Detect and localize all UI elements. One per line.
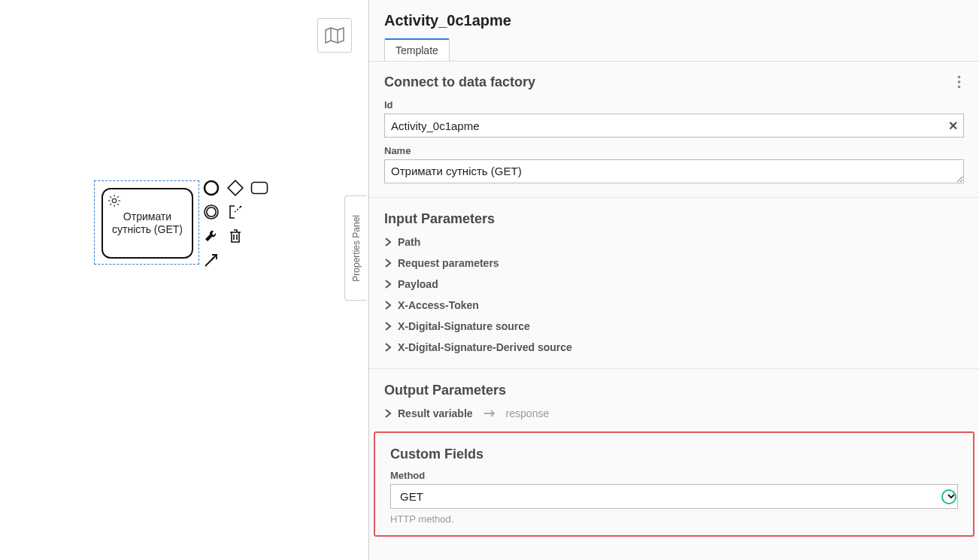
custom-fields-highlight: Custom Fields Method GET HTTP method. xyxy=(374,431,974,537)
method-select[interactable]: GET xyxy=(390,484,958,509)
svg-point-15 xyxy=(958,76,961,79)
svg-point-13 xyxy=(207,207,216,216)
input-param-request[interactable]: Request parameters xyxy=(384,253,964,274)
gear-icon xyxy=(108,194,121,207)
append-intermediate-event-icon[interactable] xyxy=(202,202,221,222)
input-param-payload[interactable]: Payload xyxy=(384,274,964,295)
output-param-result[interactable]: Result variable response xyxy=(384,403,964,424)
input-param-dsig-derived[interactable]: X-Digital-Signature-Derived source xyxy=(384,337,964,358)
input-param-dsig-source[interactable]: X-Digital-Signature source xyxy=(384,316,964,337)
svg-line-7 xyxy=(110,204,111,205)
svg-rect-10 xyxy=(228,180,243,195)
selection-outline: Отримати сутність (GET) xyxy=(94,180,199,265)
input-param-access-token[interactable]: X-Access-Token xyxy=(384,295,964,316)
group-general-heading: Connect to data factory xyxy=(384,74,535,90)
connect-icon[interactable] xyxy=(202,250,221,270)
clear-id-icon[interactable]: ✕ xyxy=(948,119,958,133)
output-parameters-heading: Output Parameters xyxy=(384,383,964,398)
annotation-icon[interactable] xyxy=(226,202,245,222)
diagram-canvas[interactable]: Отримати сутність (GET) xyxy=(0,0,368,560)
context-palette xyxy=(202,178,277,274)
method-label: Method xyxy=(390,470,958,481)
output-param-value: response xyxy=(506,407,550,419)
wrench-icon[interactable] xyxy=(202,226,221,246)
id-input[interactable] xyxy=(384,114,964,138)
svg-line-5 xyxy=(110,196,111,198)
minimap-button[interactable] xyxy=(317,18,352,53)
id-label: Id xyxy=(384,99,964,110)
svg-line-8 xyxy=(117,196,119,198)
svg-line-6 xyxy=(117,204,119,205)
svg-point-17 xyxy=(958,86,961,89)
custom-fields-heading: Custom Fields xyxy=(390,446,958,462)
map-icon xyxy=(325,27,344,44)
arrow-right-icon xyxy=(483,410,496,417)
properties-panel-label: Properties Panel xyxy=(351,215,362,282)
element-title: Activity_0c1apme xyxy=(384,12,964,29)
svg-rect-11 xyxy=(252,183,268,194)
method-help: HTTP method. xyxy=(390,513,958,525)
svg-point-0 xyxy=(112,198,116,202)
properties-panel-toggle[interactable]: Properties Panel xyxy=(344,195,367,301)
svg-point-16 xyxy=(958,80,961,83)
svg-point-9 xyxy=(205,181,218,195)
append-end-event-icon[interactable] xyxy=(202,178,221,198)
input-parameters-heading: Input Parameters xyxy=(384,211,964,227)
properties-panel: Activity_0c1apme Template Connect to dat… xyxy=(368,0,979,560)
more-icon[interactable] xyxy=(954,72,964,92)
name-label: Name xyxy=(384,145,964,156)
name-input[interactable]: Отримати сутність (GET) xyxy=(384,159,964,183)
append-gateway-icon[interactable] xyxy=(226,178,245,198)
group-general: Connect to data factory Id ✕ Name Отрима… xyxy=(369,62,979,198)
svg-point-14 xyxy=(240,206,241,207)
task-label: Отримати сутність (GET) xyxy=(112,210,183,237)
bpmn-task[interactable]: Отримати сутність (GET) xyxy=(102,188,193,259)
input-param-path[interactable]: Path xyxy=(384,232,964,253)
group-output-parameters: Output Parameters Result variable respon… xyxy=(369,369,979,428)
append-task-icon[interactable] xyxy=(250,178,269,198)
trash-icon[interactable] xyxy=(226,226,245,246)
tab-template[interactable]: Template xyxy=(384,38,450,61)
group-input-parameters: Input Parameters Path Request parameters… xyxy=(369,198,979,369)
